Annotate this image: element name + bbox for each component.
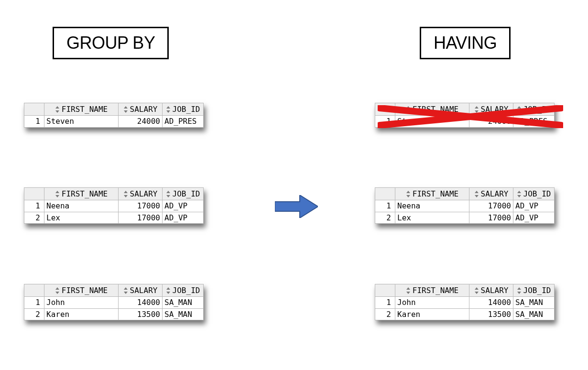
col-job-id: JOB_ID <box>163 188 204 200</box>
col-rownum <box>375 188 395 200</box>
sort-icon <box>54 287 61 294</box>
col-first-name: FIRST_NAME <box>395 284 469 297</box>
group-by-table-3: FIRST_NAME SALARY JOB_ID 1 John 14000 SA… <box>24 284 204 320</box>
col-first-name: FIRST_NAME <box>44 284 119 297</box>
sort-icon <box>165 191 172 197</box>
sort-icon <box>54 191 61 197</box>
title-having: HAVING <box>420 27 511 59</box>
col-first-name: FIRST_NAME <box>44 188 119 200</box>
col-rownum <box>375 284 395 297</box>
col-salary: SALARY <box>469 284 513 297</box>
sort-icon <box>165 106 172 113</box>
sort-icon <box>405 287 412 294</box>
table-row: 1 Neena 17000 AD_VP <box>375 200 555 212</box>
col-rownum <box>24 284 44 297</box>
having-table-2: FIRST_NAME SALARY JOB_ID 1 Neena 17000 A… <box>375 187 555 224</box>
sort-icon <box>122 287 129 294</box>
arrow-icon <box>275 195 318 218</box>
table-row: 1 John 14000 SA_MAN <box>375 297 555 309</box>
col-job-id: JOB_ID <box>163 103 204 116</box>
having-table-3: FIRST_NAME SALARY JOB_ID 1 John 14000 SA… <box>375 284 555 320</box>
cross-out-icon <box>378 105 563 128</box>
title-group-by: GROUP BY <box>53 27 169 59</box>
table-row: 1 Steven 24000 AD_PRES <box>24 116 204 128</box>
sort-icon <box>516 287 523 294</box>
col-first-name: FIRST_NAME <box>395 188 469 200</box>
sort-icon <box>54 106 61 113</box>
table-row: 2 Lex 17000 AD_VP <box>24 212 204 224</box>
sort-icon <box>122 191 129 197</box>
group-by-table-2: FIRST_NAME SALARY JOB_ID 1 Neena 17000 A… <box>24 187 204 224</box>
col-first-name: FIRST_NAME <box>44 103 119 116</box>
svg-marker-0 <box>275 195 318 218</box>
col-salary: SALARY <box>119 188 163 200</box>
col-job-id: JOB_ID <box>513 284 555 297</box>
sort-icon <box>516 191 523 197</box>
sort-icon <box>473 191 480 197</box>
col-salary: SALARY <box>469 188 513 200</box>
table-row: 1 Neena 17000 AD_VP <box>24 200 204 212</box>
group-by-table-1: FIRST_NAME SALARY JOB_ID 1 Steven 24000 … <box>24 103 204 128</box>
sort-icon <box>473 287 480 294</box>
table-row: 1 John 14000 SA_MAN <box>24 297 204 309</box>
table-row: 2 Karen 13500 SA_MAN <box>24 308 204 320</box>
sort-icon <box>405 191 412 197</box>
col-rownum <box>24 103 44 116</box>
sort-icon <box>122 106 129 113</box>
table-row: 2 Lex 17000 AD_VP <box>375 212 555 224</box>
table-row: 2 Karen 13500 SA_MAN <box>375 308 555 320</box>
sort-icon <box>165 287 172 294</box>
col-job-id: JOB_ID <box>163 284 204 297</box>
col-job-id: JOB_ID <box>513 188 555 200</box>
col-rownum <box>24 188 44 200</box>
col-salary: SALARY <box>119 103 163 116</box>
col-salary: SALARY <box>119 284 163 297</box>
